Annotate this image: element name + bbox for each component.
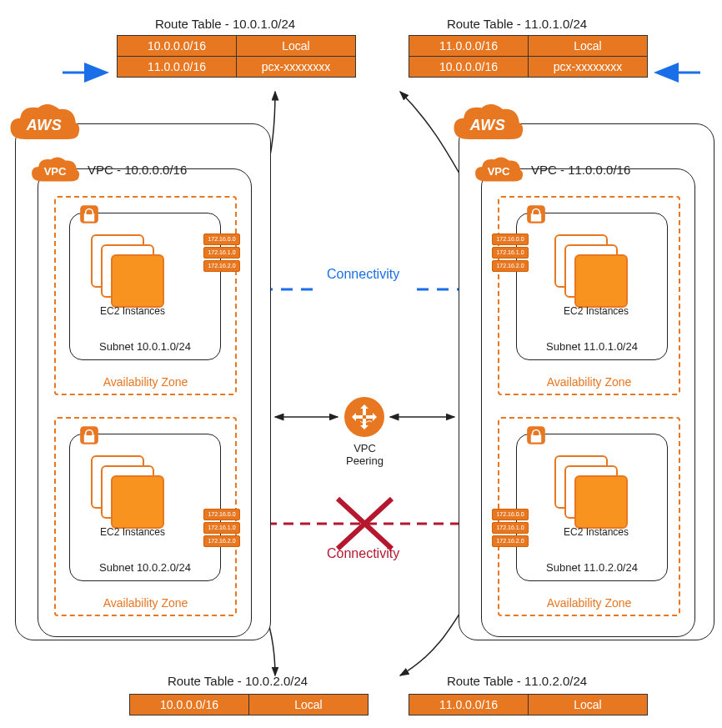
lock-icon <box>525 424 547 446</box>
route-table-title-top-right: Route Table - 11.0.1.0/24 <box>409 17 625 31</box>
subnet-left-2: EC2 Instances Subnet 10.0.2.0/24 <box>69 434 221 581</box>
route-table-top-left: 10.0.0.0/16Local 11.0.0.0/16pcx-xxxxxxxx <box>117 35 356 78</box>
route-table-bottom-right: 11.0.0.0/16Local <box>409 694 648 715</box>
lock-icon <box>78 203 100 225</box>
svg-point-17 <box>344 397 384 437</box>
svg-line-6 <box>338 499 392 549</box>
route-table-icon-left-1: 172.16.0.0 172.16.1.0 172.16.2.0 <box>203 233 238 270</box>
vpc-cloud-icon-left: VPC <box>29 154 81 188</box>
route-table-title-top-left: Route Table - 10.0.1.0/24 <box>117 17 333 31</box>
vpc-cloud-icon-right: VPC <box>473 154 524 188</box>
route-table-icon-left-2: 172.16.0.0 172.16.1.0 172.16.2.0 <box>203 509 238 545</box>
lock-icon <box>78 424 100 446</box>
route-table-title-bottom-right: Route Table - 11.0.2.0/24 <box>409 674 625 688</box>
svg-rect-16 <box>532 435 541 442</box>
svg-rect-12 <box>85 435 94 442</box>
subnet-right-1: EC2 Instances Subnet 11.0.1.0/24 <box>516 213 668 360</box>
route-table-icon-right-1: 172.16.0.0 172.16.1.0 172.16.2.0 <box>492 233 527 270</box>
subnet-right-2: EC2 Instances Subnet 11.0.2.0/24 <box>516 434 668 581</box>
svg-rect-14 <box>532 214 541 221</box>
lock-icon <box>525 203 547 225</box>
route-table-bottom-left: 10.0.0.0/16Local <box>129 694 369 715</box>
svg-line-5 <box>338 499 392 549</box>
vpc-cidr-right: VPC - 11.0.0.0/16 <box>531 163 630 177</box>
aws-cloud-icon-right: AWS <box>450 102 525 147</box>
route-table-title-bottom-left: Route Table - 10.0.2.0/24 <box>129 674 346 688</box>
connectivity-ok-label: Connectivity <box>327 267 399 282</box>
route-table-icon-right-2: 172.16.0.0 172.16.1.0 172.16.2.0 <box>492 509 527 545</box>
az-left-1: Availability Zone EC2 Instances Subnet 1… <box>54 196 237 395</box>
vpc-peering-label: VPC Peering <box>338 442 392 467</box>
connectivity-blocked-label: Connectivity <box>327 546 399 561</box>
subnet-left-1: EC2 Instances Subnet 10.0.1.0/24 <box>69 213 221 360</box>
route-table-top-right: 11.0.0.0/16Local 10.0.0.0/16pcx-xxxxxxxx <box>409 35 648 78</box>
svg-rect-10 <box>85 214 94 221</box>
az-right-1: Availability Zone EC2 Instances Subnet 1… <box>498 196 680 395</box>
aws-cloud-icon-left: AWS <box>7 102 82 147</box>
vpc-cidr-left: VPC - 10.0.0.0/16 <box>88 163 187 177</box>
vpc-peering-icon <box>343 396 385 438</box>
